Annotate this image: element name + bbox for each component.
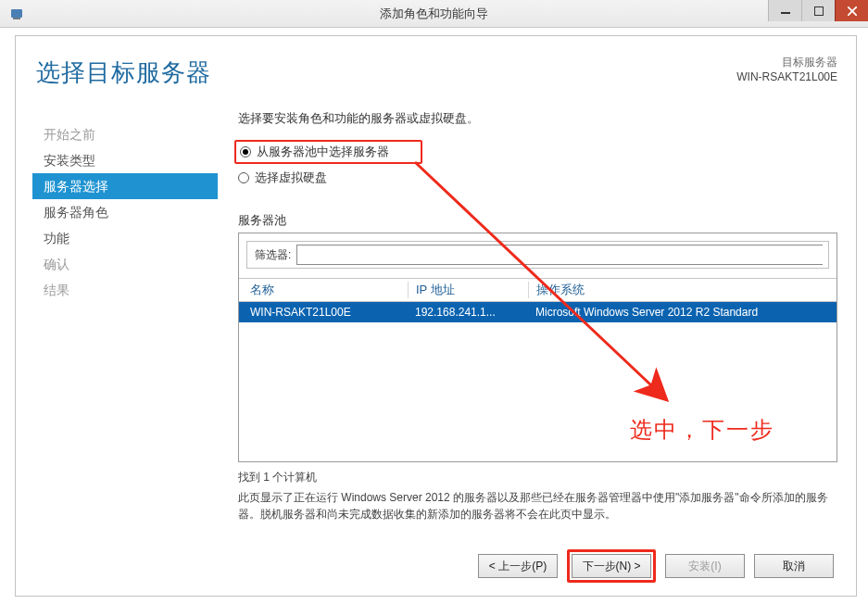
destination-label: 目标服务器 [736, 55, 837, 70]
filter-input[interactable] [296, 245, 823, 265]
annotation-callout-next: 下一步(N) > [567, 549, 656, 583]
wizard-panel: 选择目标服务器 目标服务器 WIN-RSAKT21L00E 开始之前 安装类型 … [15, 35, 857, 597]
install-button[interactable]: 安装(I) [665, 554, 745, 578]
svg-rect-1 [13, 18, 20, 19]
window-title: 添加角色和功能向导 [0, 6, 868, 22]
svg-rect-0 [11, 9, 22, 18]
row-ip: 192.168.241.1... [408, 306, 528, 319]
window-controls [768, 0, 868, 28]
next-button[interactable]: 下一步(N) > [572, 554, 651, 578]
app-icon [6, 3, 28, 25]
grid-header: 名称 IP 地址 操作系统 [239, 278, 837, 302]
filter-label: 筛选器: [247, 247, 296, 263]
sidebar-item-confirmation[interactable]: 确认 [32, 251, 218, 277]
sidebar-item-features[interactable]: 功能 [32, 225, 218, 251]
maximize-button[interactable] [801, 0, 835, 21]
radio-icon [240, 146, 251, 157]
radio-vhd-label: 选择虚拟硬盘 [255, 170, 327, 186]
sidebar-item-before-you-begin[interactable]: 开始之前 [32, 121, 218, 147]
sidebar: 开始之前 安装类型 服务器选择 服务器角色 功能 确认 结果 [32, 121, 218, 303]
column-os[interactable]: 操作系统 [528, 282, 837, 298]
destination-name: WIN-RSAKT21L00E [736, 70, 837, 83]
close-button[interactable] [835, 0, 868, 21]
radio-pool-label: 从服务器池中选择服务器 [257, 144, 389, 160]
destination-box: 目标服务器 WIN-RSAKT21L00E [736, 55, 837, 83]
server-pool-label: 服务器池 [238, 212, 837, 229]
radio-select-vhd[interactable]: 选择虚拟硬盘 [238, 168, 837, 188]
svg-rect-2 [781, 12, 790, 14]
column-ip[interactable]: IP 地址 [408, 282, 528, 298]
table-row[interactable]: WIN-RSAKT21L00E 192.168.241.1... Microso… [239, 302, 837, 322]
button-bar: < 上一步(P) 下一步(N) > 安装(I) 取消 [478, 549, 834, 583]
content-area: 选择要安装角色和功能的服务器或虚拟硬盘。 从服务器池中选择服务器 选择虚拟硬盘 … [238, 110, 837, 540]
sidebar-item-server-selection[interactable]: 服务器选择 [32, 173, 218, 199]
sidebar-item-installation-type[interactable]: 安装类型 [32, 147, 218, 173]
cancel-button[interactable]: 取消 [754, 554, 834, 578]
sidebar-item-results[interactable]: 结果 [32, 277, 218, 303]
instruction-text: 选择要安装角色和功能的服务器或虚拟硬盘。 [238, 110, 837, 127]
annotation-callout-radio: 从服务器池中选择服务器 [234, 140, 422, 164]
svg-rect-3 [814, 6, 824, 16]
row-name: WIN-RSAKT21L00E [250, 306, 408, 319]
minimize-button[interactable] [768, 0, 801, 21]
annotation-text: 选中，下一步 [630, 415, 774, 445]
radio-icon [238, 172, 249, 183]
page-description: 此页显示了正在运行 Windows Server 2012 的服务器以及那些已经… [238, 489, 837, 522]
row-os: Microsoft Windows Server 2012 R2 Standar… [528, 306, 837, 319]
page-heading: 选择目标服务器 [36, 57, 211, 89]
sidebar-item-server-roles[interactable]: 服务器角色 [32, 199, 218, 225]
filter-row: 筛选器: [246, 241, 829, 269]
radio-select-from-pool[interactable]: 从服务器池中选择服务器 [240, 142, 389, 162]
found-count: 找到 1 个计算机 [238, 470, 837, 485]
titlebar: 添加角色和功能向导 [0, 0, 868, 28]
previous-button[interactable]: < 上一步(P) [478, 554, 558, 578]
column-name[interactable]: 名称 [250, 282, 408, 298]
